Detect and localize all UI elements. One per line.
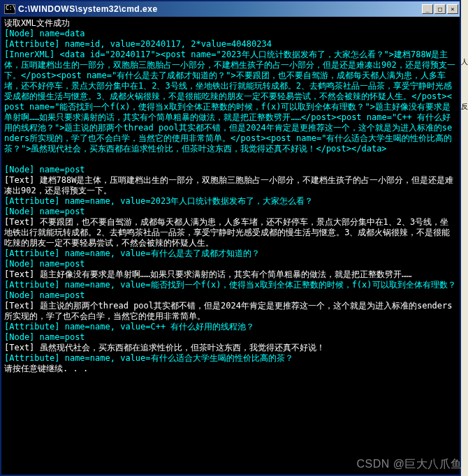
cmd-window: C:\WINDOWS\system32\cmd.exe _ □ × 读取XML文… [0, 0, 461, 476]
console-line: [Node] name=post [4, 165, 457, 175]
console-line: [Node] name=data [4, 29, 457, 39]
cmd-icon [4, 4, 15, 14]
console-line: [Attribute] name=name, value=C++ 有什么好用的线… [4, 322, 457, 332]
close-button[interactable]: × [447, 4, 458, 14]
side-char-2: 反 [461, 102, 468, 112]
console-line: 请按任意键继续. . . [4, 364, 457, 374]
window-buttons: _ □ × [422, 4, 458, 14]
console-line [4, 154, 457, 165]
console-line: [Attribute] name=name, value=有什么是去了成都才知道… [4, 248, 457, 259]
console-line: [Text] 题主说的那两个thread pool其实都不错，但是2024年肯定… [4, 301, 457, 322]
console-line: [Text] 建档788W是主体，压哨建档出生的一部分，双胞胎三胞胎占一小部分，… [4, 175, 457, 196]
console-line: [Text] 题主好像没有要求是单射啊……如果只要求满射的话，其实有个简单粗暴的… [4, 269, 457, 280]
minimize-button[interactable]: _ [422, 4, 433, 14]
console-line: [Text] 虽然现代社会，买东西都在追求性价比，但茶叶这东西，我觉得还真不好说… [4, 343, 457, 353]
window-title: C:\WINDOWS\system32\cmd.exe [18, 4, 419, 14]
console-line: [Attribute] name=name, value=有什么适合大学生喝的性… [4, 353, 457, 364]
console-line: [Attribute] name=id, value=20240117, 2*v… [4, 39, 457, 50]
console-line: 读取XML文件成功 [4, 18, 457, 29]
console-line: [InnerXML] <data id="20240117"><post nam… [4, 50, 457, 154]
maximize-button[interactable]: □ [434, 4, 446, 14]
console-line: [Node] name=post [4, 290, 457, 301]
console-line: [Node] name=post [4, 207, 457, 217]
console-line: [Attribute] name=name, value=能否找到一个f(x)，… [4, 280, 457, 290]
console-line: [Node] name=post [4, 332, 457, 343]
console-output[interactable]: 读取XML文件成功[Node] name=data[Attribute] nam… [1, 17, 460, 475]
console-line: [Node] name=post [4, 259, 457, 269]
console-line: [Text] 不要跟团，也不要自驾游，成都每天都人满为患，人多车堵，还不好停车，… [4, 217, 457, 248]
side-strip: 人 反 [461, 15, 468, 476]
titlebar[interactable]: C:\WINDOWS\system32\cmd.exe _ □ × [1, 1, 460, 17]
side-char-1: 人 [461, 57, 468, 67]
console-line: [Attribute] name=name, value=2023年人口统计数据… [4, 196, 457, 207]
